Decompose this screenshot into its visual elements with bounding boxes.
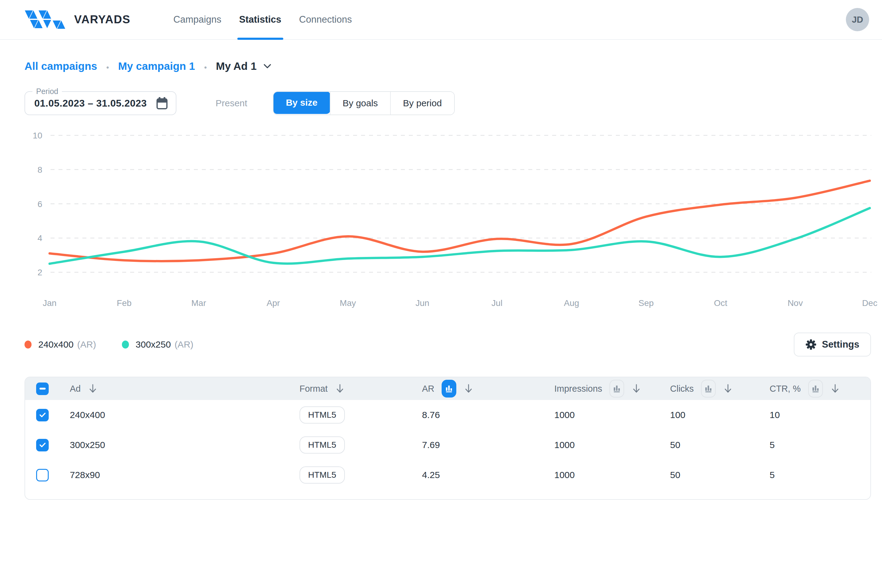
present-option[interactable]: Present [216,98,247,108]
period-input[interactable]: Period 01.05.2023 – 31.05.2023 [24,91,176,115]
legend-dot-teal [122,340,129,348]
breadcrumb-separator [204,60,207,72]
svg-text:Nov: Nov [788,298,803,308]
cell-ad: 240x400 [70,410,300,420]
sort-ar-icon[interactable] [464,383,474,394]
legend-suffix: (AR) [77,339,96,350]
sort-impressions-icon[interactable] [632,383,641,394]
cell-impressions: 1000 [554,410,670,420]
cell-impressions: 1000 [554,470,670,480]
svg-text:4: 4 [38,233,42,243]
svg-text:Apr: Apr [267,298,280,308]
table-bottom-padding [25,490,870,499]
breadcrumb-current-label: My Ad 1 [216,60,256,72]
col-header-format: Format [300,384,328,394]
nav-statistics[interactable]: Statistics [239,0,282,39]
check-icon [39,442,46,448]
cell-ad: 300x250 [70,440,300,450]
svg-text:May: May [340,298,356,308]
main-nav: Campaigns Statistics Connections [173,0,352,39]
chart-toggle-impressions[interactable] [609,380,624,398]
cell-ar: 8.76 [422,410,554,420]
svg-text:2: 2 [38,268,42,277]
toggle-by-size[interactable]: By size [273,91,330,114]
calendar-icon [156,97,168,110]
sort-clicks-icon[interactable] [723,383,733,394]
period-value: 01.05.2023 – 31.05.2023 [34,98,147,109]
stats-table: Ad Format AR Impressions Clicks CTR, % [24,376,871,500]
svg-text:6: 6 [38,200,42,209]
cell-ctr: 5 [770,470,870,480]
row-checkbox-240x400[interactable] [36,409,49,422]
cell-impressions: 1000 [554,440,670,450]
nav-campaigns[interactable]: Campaigns [173,0,221,39]
cell-ad: 728x90 [70,470,300,480]
table-row: 300x250 HTML5 7.69 1000 50 5 [25,430,870,460]
bar-chart-icon [445,385,453,393]
svg-text:10: 10 [33,131,42,140]
svg-text:Feb: Feb [117,298,131,308]
legend-suffix: (AR) [175,339,194,350]
bar-chart-icon [705,385,712,393]
chart-toggle-ctr[interactable] [808,380,823,398]
svg-text:Aug: Aug [564,298,579,308]
chevron-down-icon [263,64,272,69]
breadcrumb: All campaigns My campaign 1 My Ad 1 [24,60,882,72]
legend-label: 240x400 [38,339,74,350]
brand-logo[interactable]: VARYADS [23,10,130,29]
top-nav: VARYADS Campaigns Statistics Connections… [0,0,882,40]
cell-ar: 4.25 [422,470,554,480]
toggle-by-goals[interactable]: By goals [330,92,390,114]
svg-text:Dec: Dec [862,298,878,308]
sort-ctr-icon[interactable] [830,383,840,394]
sort-format-icon[interactable] [335,383,345,394]
indeterminate-icon [39,388,46,390]
col-header-clicks: Clicks [670,384,694,394]
col-header-ar: AR [422,384,434,394]
cell-clicks: 100 [670,410,770,420]
legend-dot-orange [24,340,32,348]
period-field-label: Period [33,87,62,96]
svg-text:Sep: Sep [639,298,654,308]
breadcrumb-current-ad-dropdown[interactable]: My Ad 1 [216,60,272,72]
cell-clicks: 50 [670,440,770,450]
col-header-ad: Ad [70,384,81,394]
legend-label: 300x250 [136,339,171,350]
gear-icon [806,339,816,350]
sort-ad-icon[interactable] [88,383,98,394]
settings-button[interactable]: Settings [794,333,871,357]
legend-item-300x250[interactable]: 300x250 (AR) [122,339,194,350]
view-toggle-group: By size By goals By period [273,91,454,115]
breadcrumb-my-campaign[interactable]: My campaign 1 [118,60,195,72]
cell-clicks: 50 [670,470,770,480]
format-badge: HTML5 [300,466,345,484]
legend-row: 240x400 (AR) 300x250 (AR) Settings [24,333,871,357]
svg-text:Jul: Jul [492,298,502,308]
table-row: 240x400 HTML5 8.76 1000 100 10 [25,400,870,430]
select-all-checkbox[interactable] [36,382,49,395]
col-header-ctr: CTR, % [770,384,801,394]
check-icon [39,412,46,418]
row-checkbox-300x250[interactable] [36,439,49,452]
col-header-impressions: Impressions [554,384,602,394]
cell-ctr: 10 [770,410,870,420]
cell-ar: 7.69 [422,440,554,450]
breadcrumb-all-campaigns[interactable]: All campaigns [24,60,97,72]
ar-line-chart: 108642JanFebMarAprMayJunJulAugSepOctNovD… [0,118,882,322]
format-badge: HTML5 [300,406,345,423]
svg-text:Oct: Oct [714,298,728,308]
breadcrumb-separator [106,60,109,72]
brand-wordmark: VARYADS [74,13,130,26]
settings-button-label: Settings [822,339,860,350]
nav-connections[interactable]: Connections [299,0,352,39]
chart-toggle-ar[interactable] [442,380,456,398]
row-checkbox-728x90[interactable] [36,469,49,482]
chart-toggle-clicks[interactable] [701,380,716,398]
toggle-by-period[interactable]: By period [390,92,454,114]
table-header-row: Ad Format AR Impressions Clicks CTR, % [25,377,870,400]
bar-chart-icon [812,385,819,393]
varyads-logo-icon [23,10,66,29]
legend-item-240x400[interactable]: 240x400 (AR) [24,339,96,350]
filter-row: Period 01.05.2023 – 31.05.2023 Present B… [24,91,882,115]
avatar[interactable]: JD [846,8,869,31]
